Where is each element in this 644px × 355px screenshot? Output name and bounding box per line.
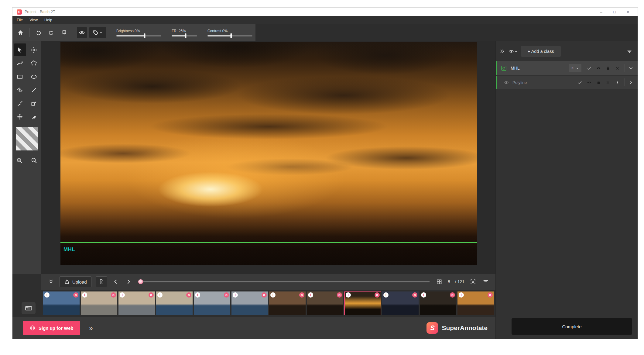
class-expand-button[interactable] [629, 66, 638, 71]
filmstrip-thumbnail[interactable]: i✕ [43, 291, 80, 315]
kebab-menu-icon [615, 80, 620, 85]
class-tag-button[interactable] [89, 27, 106, 38]
instance-delete-button[interactable] [606, 80, 610, 85]
grid-view-button[interactable] [435, 277, 444, 286]
pointer-icon [16, 47, 23, 53]
chevron-left-icon [113, 279, 119, 285]
class-lock-button[interactable] [606, 66, 610, 71]
eraser-tool[interactable] [28, 110, 40, 123]
fill-rate-track[interactable] [172, 35, 197, 36]
ellipse-tool[interactable] [28, 70, 40, 83]
contrast-slider[interactable]: Contrast 0% [207, 29, 252, 36]
move-tool[interactable] [14, 110, 26, 123]
close-icon[interactable]: × [621, 10, 635, 14]
class-row-mhl[interactable]: MHL × [496, 61, 638, 75]
scalpel-tool[interactable] [14, 97, 26, 110]
edit-box-tool[interactable] [28, 97, 40, 110]
contrast-track[interactable] [207, 35, 252, 36]
visibility-button[interactable] [77, 27, 87, 38]
filmstrip-thumbnail[interactable]: i✕ [269, 291, 306, 315]
fill-rate-thumb[interactable] [185, 33, 187, 38]
chevron-down-icon [514, 50, 518, 53]
filmstrip-thumbnail[interactable]: i✕ [382, 291, 419, 315]
class-panel: + Add a class MHL × [495, 41, 638, 339]
seek-thumb[interactable] [138, 279, 143, 284]
collapse-filmstrip-button[interactable] [47, 277, 55, 286]
class-approve-button[interactable] [587, 66, 591, 71]
filter-button[interactable] [481, 277, 490, 286]
next-frame-button[interactable] [124, 277, 133, 286]
instance-approve-button[interactable] [577, 80, 582, 85]
fill-rate-slider[interactable]: FR: 25% [172, 29, 197, 36]
menu-help[interactable]: Help [44, 18, 52, 22]
expand-panel-button[interactable]: » [89, 324, 93, 332]
filmstrip-thumbnail[interactable]: i✕ [344, 291, 381, 315]
thumbnail-info-badge: i [346, 292, 351, 298]
annotations-file-button[interactable] [96, 276, 107, 287]
brightness-thumb[interactable] [144, 33, 146, 38]
instance-visibility-button[interactable] [504, 80, 509, 85]
attached-shapes-tool[interactable] [14, 84, 26, 96]
filmstrip-thumbnail[interactable]: i✕ [118, 291, 155, 315]
thumbnail-status-badge: ✕ [337, 292, 342, 298]
filter-icon [627, 49, 632, 54]
zoom-in-tool[interactable] [14, 154, 26, 167]
filmstrip-thumbnail[interactable]: i✕ [231, 291, 268, 315]
signup-web-button[interactable]: Sign up for Web [23, 321, 80, 335]
contrast-thumb[interactable] [231, 33, 232, 38]
curve-line-tool[interactable] [14, 57, 26, 70]
toggle-all-visibility-button[interactable] [508, 48, 519, 55]
filmstrip-thumbnail[interactable]: i✕ [420, 291, 456, 315]
current-frame-number[interactable]: 8 [448, 279, 450, 284]
instance-lock-button[interactable] [596, 80, 601, 85]
class-color-bar [496, 61, 497, 75]
polyline-annotation[interactable] [60, 242, 477, 243]
keyboard-shortcuts-button[interactable] [22, 302, 36, 314]
brightness-slider[interactable]: Brightness 0% [116, 29, 161, 36]
home-button[interactable] [15, 27, 26, 38]
panel-collapse-button[interactable] [499, 48, 505, 55]
menu-file[interactable]: File [17, 18, 23, 22]
add-class-button[interactable]: + Add a class [521, 46, 561, 57]
complete-button[interactable]: Complete [512, 318, 632, 335]
fit-to-screen-button[interactable] [469, 277, 477, 286]
instance-row-polyline[interactable]: Polyline [496, 76, 638, 89]
class-visibility-button[interactable] [596, 66, 601, 71]
filmstrip-thumbnail[interactable]: i✕ [81, 291, 117, 315]
eye-icon [587, 80, 591, 85]
rectangle-tool[interactable] [14, 70, 26, 83]
instance-visibility-toggle[interactable] [587, 80, 591, 85]
upload-label: Upload [72, 279, 87, 284]
instance-expand-button[interactable] [629, 80, 638, 85]
polygon-icon [30, 60, 37, 67]
menu-view[interactable]: View [29, 18, 38, 22]
filmstrip-thumbnail[interactable]: i✕ [307, 291, 343, 315]
class-count-dropdown[interactable]: × [569, 64, 581, 72]
brightness-track[interactable] [116, 35, 161, 36]
canvas-area[interactable]: MHL [41, 41, 495, 274]
pointer-tool[interactable] [14, 43, 26, 56]
class-filter-button[interactable] [626, 48, 633, 55]
redo-button[interactable] [46, 27, 57, 38]
keyboard-icon [25, 304, 33, 312]
annotated-image[interactable]: MHL [60, 42, 477, 265]
previous-frame-button[interactable] [111, 277, 120, 286]
filmstrip-thumbnail[interactable]: i✕ [156, 291, 193, 315]
window-controls: – □ × [594, 10, 635, 14]
filmstrip-thumbnail[interactable]: i✕ [194, 291, 230, 315]
frame-seek-slider[interactable] [138, 279, 430, 284]
filmstrip-thumbnail[interactable]: i✕ [457, 291, 494, 315]
seek-track[interactable] [143, 281, 430, 282]
upload-button[interactable]: Upload [60, 276, 91, 287]
maximize-icon[interactable]: □ [608, 10, 621, 14]
zoom-out-tool[interactable] [28, 154, 40, 167]
duplicate-button[interactable] [59, 27, 69, 38]
undo-button[interactable] [33, 27, 44, 38]
row-divider [625, 78, 625, 86]
class-delete-button[interactable] [615, 66, 620, 71]
anchor-edit-tool[interactable] [28, 43, 40, 56]
line-tool[interactable] [28, 84, 40, 96]
instance-menu-button[interactable] [615, 80, 620, 85]
minimize-icon[interactable]: – [594, 10, 608, 14]
polygon-tool[interactable] [28, 57, 40, 70]
